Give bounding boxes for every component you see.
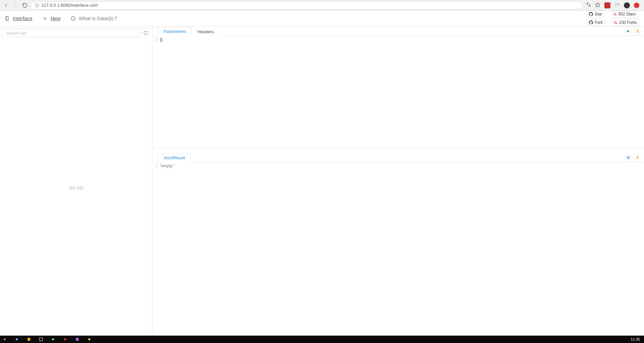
svg-rect-17: [40, 338, 43, 341]
g-icon: G: [614, 20, 617, 25]
svg-point-21: [88, 338, 90, 340]
result-editor[interactable]: 1 "empty.": [152, 162, 644, 336]
star-label: Star: [595, 12, 602, 16]
taskbar-icon[interactable]: [38, 337, 44, 342]
new-label: New: [50, 15, 60, 21]
svg-rect-16: [28, 338, 30, 341]
reload-button[interactable]: [21, 2, 28, 9]
site-info-icon[interactable]: [35, 3, 39, 8]
main-area: No Api Parameters Headers 1 {}: [0, 26, 644, 336]
tab-parameters[interactable]: Parameters: [158, 27, 192, 36]
svg-rect-4: [6, 16, 8, 20]
refresh-button[interactable]: [141, 29, 150, 37]
github-fork-button[interactable]: Fork: [587, 19, 605, 26]
svg-point-18: [52, 338, 54, 340]
line-number: 1: [152, 163, 158, 169]
taskbar-icon[interactable]: [14, 337, 19, 342]
back-button[interactable]: [3, 2, 9, 9]
stars-count[interactable]: G 552 Stars: [611, 11, 638, 18]
content: Parameters Headers 1 {} JsonRe: [152, 26, 644, 336]
request-editor[interactable]: 1 {}: [152, 36, 644, 148]
new-link[interactable]: New: [42, 15, 60, 21]
sidebar-empty-text: No Api: [0, 39, 152, 336]
sidebar: No Api: [0, 26, 152, 336]
extension-icon-1[interactable]: [604, 2, 610, 8]
taskbar-icon[interactable]: [62, 337, 68, 342]
panel-divider[interactable]: [152, 148, 644, 153]
help-label: What is DataQL?: [79, 15, 117, 21]
bookmark-star-icon[interactable]: [595, 2, 600, 9]
expand-result-button[interactable]: [634, 154, 641, 161]
taskbar-icon[interactable]: [2, 337, 7, 342]
extension-icon-2[interactable]: [614, 2, 620, 9]
translate-icon[interactable]: [586, 2, 591, 9]
github-star-button[interactable]: Star: [587, 11, 604, 17]
tab-json-result[interactable]: JsonResult: [158, 153, 191, 162]
interface-link[interactable]: Interface: [5, 15, 32, 21]
help-link[interactable]: What is DataQL?: [71, 15, 117, 21]
line-number: 1: [152, 37, 158, 43]
taskbar-icon[interactable]: [75, 337, 80, 342]
taskbar: 11:35: [0, 336, 644, 343]
request-code: {}: [160, 37, 163, 42]
app-header: Interface New What is DataQL? Star G 552…: [0, 11, 644, 26]
svg-rect-20: [76, 338, 79, 341]
expand-button[interactable]: [634, 28, 641, 35]
taskbar-icon[interactable]: [26, 337, 32, 342]
svg-point-14: [4, 338, 6, 340]
info-icon: [71, 16, 76, 21]
request-panel: Parameters Headers 1 {}: [152, 27, 644, 148]
search-input[interactable]: [2, 29, 140, 37]
book-icon: [5, 16, 10, 21]
svg-point-15: [16, 338, 18, 340]
result-panel: JsonResult 1 "empty.": [152, 153, 644, 336]
svg-marker-3: [595, 2, 600, 7]
url-text: 127.0.0.1:8080/interface-ui/#/: [41, 3, 98, 8]
forks-count[interactable]: G 230 Forks: [612, 19, 639, 26]
result-tab-bar: JsonResult: [152, 153, 644, 162]
plus-icon: [42, 16, 48, 21]
taskbar-clock: 11:35: [631, 337, 642, 341]
run-button[interactable]: [625, 28, 632, 35]
g-icon: G: [613, 12, 616, 17]
taskbar-icon[interactable]: [87, 337, 92, 342]
forward-button[interactable]: [12, 2, 19, 9]
stars-count-label: 552 Stars: [618, 12, 636, 16]
result-code: "empty.": [160, 164, 175, 168]
fork-label: Fork: [595, 20, 603, 25]
address-bar[interactable]: 127.0.0.1:8080/interface-ui/#/: [31, 1, 583, 9]
copy-button[interactable]: [625, 154, 632, 161]
forks-count-label: 230 Forks: [619, 20, 637, 25]
browser-right-icons: [586, 2, 641, 9]
tab-headers[interactable]: Headers: [192, 27, 220, 36]
svg-marker-11: [627, 30, 630, 33]
browser-toolbar: 127.0.0.1:8080/interface-ui/#/: [0, 0, 644, 11]
svg-point-19: [64, 338, 66, 340]
profile-avatar[interactable]: [624, 2, 630, 8]
taskbar-icon[interactable]: [50, 337, 56, 342]
request-tab-bar: Parameters Headers: [152, 27, 644, 36]
interface-label: Interface: [13, 15, 32, 21]
extension-icon-3[interactable]: [634, 3, 639, 8]
